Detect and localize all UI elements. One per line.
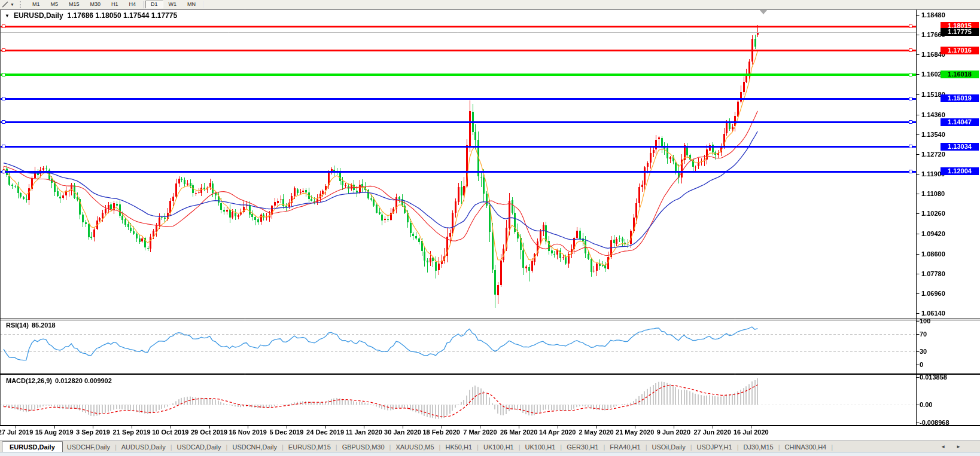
price-level-badge: 1.16018 <box>941 71 979 78</box>
rsi-axis-tick: 70 <box>920 330 927 338</box>
toolbar-grip[interactable] <box>20 1 23 8</box>
chart-tab-uk100-h1[interactable]: UK100,H1 <box>479 441 518 452</box>
chart-tab-bar: EURUSD,DailyUSDCHF,Daily|AUDUSD,Daily|US… <box>0 440 980 452</box>
price-axis-tick: 1.13540 <box>921 131 945 138</box>
tab-separator: | <box>603 441 605 452</box>
price-axis-tick: 1.07780 <box>921 270 945 277</box>
price-level-badge: 1.17016 <box>941 47 979 54</box>
rsi-name: RSI(14) <box>6 322 29 329</box>
tab-separator: | <box>226 441 228 452</box>
price-level-badge: 1.15019 <box>941 94 979 102</box>
date-axis-label: 27 Jun 2020 <box>693 429 731 436</box>
date-axis-label: 16 Jul 2020 <box>734 429 769 436</box>
tab-scroll-arrows: ◄► <box>941 441 980 452</box>
rsi-indicator-label: RSI(14) 85.2018 <box>6 322 56 329</box>
current-price-badge: 1.17775 <box>941 28 979 36</box>
chart-tab-hk50-h1[interactable]: HK50,H1 <box>441 441 476 452</box>
tab-separator: | <box>389 441 391 452</box>
date-axis-label: 3 Sep 2019 <box>76 429 110 436</box>
chart-tab-audusd-daily[interactable]: AUDUSD,Daily <box>117 441 170 452</box>
tab-separator: | <box>282 441 284 452</box>
price-axis-tick: 1.08600 <box>921 250 945 258</box>
price-level-badge: 1.13034 <box>941 143 979 151</box>
tab-separator: | <box>690 441 692 452</box>
toolbar-separator <box>143 1 144 8</box>
tab-separator: | <box>519 441 521 452</box>
macd-axis-tick: 0.00 <box>920 401 932 408</box>
chart-tab-usdcnh-daily[interactable]: USDCNH,Daily <box>228 441 281 452</box>
date-axis-label: 21 May 2020 <box>616 429 654 436</box>
tab-separator: | <box>115 441 117 452</box>
tab-scroll-left-icon[interactable]: ◄ <box>941 444 945 449</box>
timeframe-button-m5[interactable]: M5 <box>45 1 63 8</box>
symbol-dropdown-icon[interactable]: ▼ <box>5 13 10 19</box>
date-axis-label: 21 Sep 2019 <box>113 429 151 436</box>
chart-tab-dj30-m15[interactable]: DJ30,M15 <box>739 441 778 452</box>
tab-separator: | <box>477 441 479 452</box>
rsi-axis-tick: 0 <box>920 361 923 368</box>
date-axis-label: 5 Dec 2019 <box>269 429 303 436</box>
macd-indicator-label: MACD(12,26,9) 0.012820 0.009902 <box>6 377 112 384</box>
tab-separator: | <box>171 441 172 452</box>
price-axis-tick: 1.12720 <box>921 151 945 158</box>
tab-scroll-right-icon[interactable]: ► <box>956 444 961 449</box>
price-axis-tick: 1.10260 <box>921 210 945 217</box>
chart-tab-china300-h4[interactable]: CHINA300,H4 <box>781 441 831 452</box>
chart-tab-xauusd-m5[interactable]: XAUUSD,M5 <box>391 441 438 452</box>
date-axis-label: 27 Jul 2019 <box>0 429 33 436</box>
timeframe-button-m15[interactable]: M15 <box>63 1 85 8</box>
dropdown-arrow-icon[interactable]: ▼ <box>10 2 14 7</box>
timeframe-button-h4[interactable]: H4 <box>124 1 142 8</box>
macd-value: 0.012820 0.009902 <box>55 377 112 384</box>
tab-separator: | <box>439 441 441 452</box>
price-level-badge: 1.14047 <box>941 118 979 126</box>
tab-separator: | <box>336 441 337 452</box>
timeframe-button-h1[interactable]: H1 <box>106 1 124 8</box>
date-axis-label: 2 May 2020 <box>579 429 613 436</box>
timeframe-button-m30[interactable]: M30 <box>84 1 106 8</box>
chart-tab-usdcad-daily[interactable]: USDCAD,Daily <box>173 441 226 452</box>
chart-tab-uk100-h1[interactable]: UK100,H1 <box>521 441 560 452</box>
date-axis-label: 11 Jan 2020 <box>346 429 382 436</box>
timeframe-button-m1[interactable]: M1 <box>27 1 45 8</box>
timeframe-toolbar: ▼ M1M5M15M30H1H4D1W1MN <box>0 0 980 10</box>
price-axis-tick: 1.11080 <box>921 190 945 197</box>
chart-tab-ger30-h1[interactable]: GER30,H1 <box>562 441 602 452</box>
chart-title: ▼ EURUSD,Daily 1.17686 1.18050 1.17544 1… <box>5 11 177 20</box>
macd-name: MACD(12,26,9) <box>6 377 52 384</box>
chart-tab-usdjpy-h1[interactable]: USDJPY,H1 <box>693 441 736 452</box>
tab-separator: | <box>646 441 647 452</box>
price-axis-tick: 1.06140 <box>921 310 945 317</box>
chart-tab-usdchf-daily[interactable]: USDCHF,Daily <box>63 441 114 452</box>
price-level-badge: 1.12004 <box>941 167 979 175</box>
macd-axis-tick: 0.013858 <box>920 374 947 381</box>
timeframe-button-mn[interactable]: MN <box>182 1 201 8</box>
chart-tab-eurusd-m15[interactable]: EURUSD,M15 <box>284 441 335 452</box>
tab-separator: | <box>560 441 562 452</box>
date-axis-label: 10 Oct 2019 <box>152 429 188 436</box>
timeframe-button-w1[interactable]: W1 <box>163 1 182 8</box>
date-axis-label: 16 Nov 2019 <box>229 429 267 436</box>
chart-canvas[interactable] <box>0 0 980 456</box>
date-axis-label: 9 Jun 2020 <box>657 429 690 436</box>
chart-symbol-label: EURUSD,Daily <box>14 11 63 20</box>
rsi-value: 85.2018 <box>32 322 56 329</box>
date-axis-label: 14 Apr 2020 <box>539 429 576 436</box>
trading-terminal-window: ▼ M1M5M15M30H1H4D1W1MN ▼ EURUSD,Daily 1.… <box>0 0 980 456</box>
date-axis-label: 30 Jan 2020 <box>384 429 421 436</box>
chart-tab-eurusd-daily[interactable]: EURUSD,Daily <box>2 441 63 452</box>
chart-tab-usoil-daily[interactable]: USOil,Daily <box>647 441 689 452</box>
rsi-axis-tick: 100 <box>920 317 930 325</box>
timeframe-button-d1[interactable]: D1 <box>145 1 163 8</box>
status-strip <box>0 452 980 456</box>
tab-separator: | <box>831 441 833 452</box>
chart-tab-gbpusd-m30[interactable]: GBPUSD,M30 <box>338 441 389 452</box>
line-studies-icon[interactable] <box>1 1 9 8</box>
chart-tab-fra40-h1[interactable]: FRA40,H1 <box>605 441 644 452</box>
date-axis-label: 29 Oct 2019 <box>191 429 227 436</box>
date-axis-label: 18 Feb 2020 <box>423 429 460 436</box>
price-axis-tick: 1.18480 <box>921 11 945 19</box>
date-axis-label: 7 Mar 2020 <box>463 429 497 436</box>
toolbar-separator <box>203 1 203 8</box>
date-axis-label: 15 Aug 2019 <box>35 429 74 436</box>
